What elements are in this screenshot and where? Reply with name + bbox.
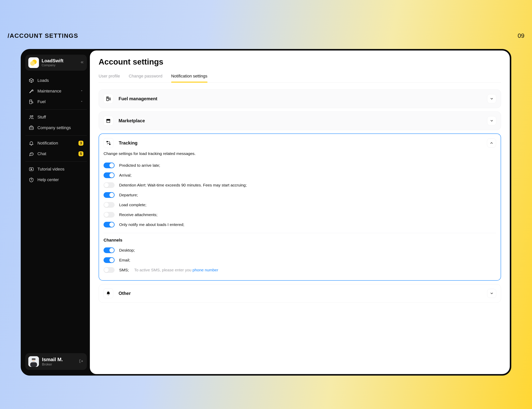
- toggle-label: Desktop;: [119, 248, 135, 252]
- toggle-own-loads[interactable]: [104, 222, 114, 227]
- sidebar-item-label: Maintenance: [38, 89, 61, 94]
- tab-user-profile[interactable]: User profile: [99, 72, 120, 82]
- main-panel: Account settings User profile Change pas…: [90, 50, 510, 374]
- toggle-receive-attachments[interactable]: [104, 212, 114, 218]
- chevron-down-icon: [80, 99, 83, 104]
- chat-badge: 5: [78, 151, 83, 156]
- section-header-other[interactable]: Other: [99, 284, 501, 302]
- section-header-tracking[interactable]: Tracking: [99, 134, 501, 152]
- page-title: Account settings: [99, 57, 501, 66]
- svg-point-3: [30, 116, 31, 117]
- toggle-label: Email;: [119, 258, 130, 262]
- svg-rect-13: [107, 97, 109, 101]
- sidebar: LoadSwift Company Loads Maintenance: [22, 50, 90, 374]
- avatar: [28, 356, 39, 367]
- channels-heading: Channels: [104, 238, 496, 243]
- chat-icon: [29, 151, 34, 157]
- brand-logo: [28, 57, 39, 68]
- section-title: Marketplace: [119, 118, 145, 123]
- phone-number-link[interactable]: phone number: [192, 268, 218, 272]
- sidebar-item-help[interactable]: Help center: [26, 175, 86, 185]
- bell-icon: [29, 140, 34, 146]
- section-title: Other: [119, 291, 131, 296]
- sidebar-item-label: Help center: [38, 177, 59, 182]
- toggle-label: Detention Alert: Wait-time exceeds 90 mi…: [119, 183, 247, 187]
- toggle-channel-sms[interactable]: [104, 267, 114, 273]
- svg-rect-10: [30, 362, 37, 367]
- svg-rect-2: [30, 100, 32, 104]
- toggle-label: Predicted to arrive late;: [119, 163, 160, 168]
- sidebar-item-company-settings[interactable]: Company settings: [26, 122, 86, 133]
- fuel-pump-icon: [103, 94, 113, 104]
- briefcase-icon: [29, 125, 34, 130]
- sidebar-item-stuff[interactable]: Stuff: [26, 112, 86, 122]
- toggle-load-complete[interactable]: [104, 202, 114, 208]
- sidebar-item-notification[interactable]: Notification 3: [26, 138, 86, 149]
- section-other: Other: [99, 284, 501, 303]
- context-page: 09: [518, 32, 524, 39]
- route-icon: [104, 138, 114, 148]
- toggle-departure[interactable]: [104, 192, 114, 198]
- section-marketplace: Marketplace: [99, 112, 501, 130]
- brand-subtitle: Company: [42, 64, 64, 67]
- user-role: Broker: [42, 363, 63, 366]
- wrench-icon: [29, 88, 34, 94]
- fuel-icon: [29, 99, 34, 104]
- svg-point-7: [31, 179, 31, 179]
- tab-notification-settings[interactable]: Notification settings: [171, 72, 208, 82]
- user-name: Ismail M.: [42, 357, 63, 363]
- section-tracking: Tracking Change settings for load tracki…: [99, 133, 501, 281]
- toggle-channel-desktop[interactable]: [104, 247, 114, 253]
- sidebar-item-fuel[interactable]: Fuel: [26, 96, 86, 107]
- brand-card[interactable]: LoadSwift Company: [25, 55, 87, 71]
- sidebar-item-label: Company settings: [38, 125, 71, 130]
- chevron-up-icon[interactable]: [487, 139, 496, 148]
- tab-change-password[interactable]: Change password: [129, 72, 162, 82]
- svg-rect-12: [32, 359, 36, 360]
- app-frame: LoadSwift Company Loads Maintenance: [21, 49, 511, 376]
- section-header-marketplace[interactable]: Marketplace: [99, 112, 501, 130]
- svg-point-16: [109, 144, 110, 145]
- tabs: User profile Change password Notificatio…: [99, 72, 501, 83]
- section-description: Change settings for load tracking relate…: [104, 151, 496, 156]
- section-fuel-management: Fuel management: [99, 89, 501, 108]
- toggle-label: Only notify me about loads I entered;: [119, 222, 184, 227]
- info-icon: [29, 177, 34, 183]
- toggle-label: Load complete;: [119, 203, 146, 207]
- sidebar-item-chat[interactable]: Chat 5: [26, 149, 86, 159]
- user-card[interactable]: Ismail M. Broker: [25, 353, 87, 370]
- section-title: Fuel management: [119, 96, 157, 101]
- brand-name: LoadSwift: [42, 58, 64, 64]
- toggle-arrival[interactable]: [104, 172, 114, 178]
- toggle-label: Arrival;: [119, 173, 132, 177]
- bell-icon: [103, 288, 113, 298]
- context-title: /ACCOUNT SETTINGS: [8, 32, 78, 39]
- toggle-channel-email[interactable]: [104, 257, 114, 263]
- sidebar-item-label: Stuff: [38, 115, 46, 120]
- sms-hint: To active SMS, please enter you phone nu…: [134, 268, 218, 272]
- toggle-label: Receive attachments;: [119, 213, 158, 217]
- sidebar-item-maintenance[interactable]: Maintenance: [26, 86, 86, 96]
- sidebar-item-label: Chat: [38, 151, 46, 156]
- toggle-predicted-late[interactable]: [104, 163, 114, 168]
- toggle-label: Departure;: [119, 193, 138, 197]
- sidebar-item-label: Fuel: [38, 99, 46, 104]
- sidebar-item-label: Tutorial videos: [38, 167, 64, 172]
- chevron-down-icon[interactable]: [487, 116, 496, 125]
- section-title: Tracking: [119, 140, 138, 146]
- chevron-down-icon: [80, 89, 83, 94]
- chevron-down-icon[interactable]: [487, 94, 496, 103]
- logout-icon[interactable]: [79, 359, 83, 364]
- chevron-down-icon[interactable]: [487, 289, 496, 298]
- svg-point-4: [32, 115, 33, 117]
- sidebar-item-label: Loads: [38, 78, 49, 83]
- toggle-label: SMS;: [119, 268, 129, 272]
- box-icon: [29, 78, 34, 83]
- toggle-detention[interactable]: [104, 182, 114, 188]
- section-header-fuel[interactable]: Fuel management: [99, 90, 501, 108]
- sidebar-item-tutorials[interactable]: Tutorial videos: [26, 164, 86, 175]
- video-icon: [29, 167, 34, 172]
- sidebar-item-loads[interactable]: Loads: [26, 75, 86, 86]
- notification-badge: 3: [78, 141, 83, 146]
- collapse-sidebar-icon[interactable]: [80, 60, 84, 65]
